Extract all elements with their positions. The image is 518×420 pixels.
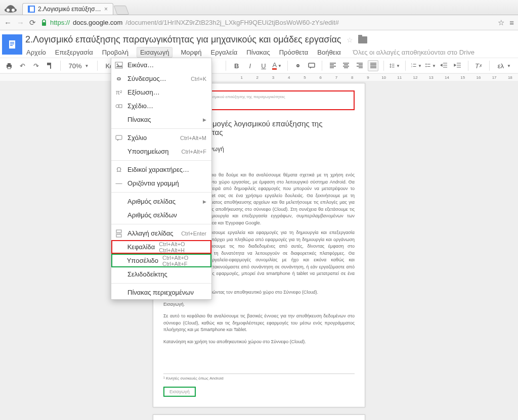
svg-rect-6 [10, 42, 14, 43]
docs-header: 2.Λογισμικό επαύξησης παραγωγικότητας γι… [0, 30, 518, 58]
text-color-button[interactable]: A▼ [272, 60, 282, 71]
save-status: Όλες οι αλλαγές αποθηκεύονται στο Drive [353, 49, 474, 56]
svg-point-2 [12, 9, 15, 12]
increase-indent-button[interactable] [453, 60, 463, 71]
forward-button[interactable]: → [17, 18, 24, 27]
menu-item-label: Εικόνα… [127, 61, 206, 69]
lock-icon [41, 19, 47, 26]
svg-point-0 [5, 8, 17, 13]
line-spacing-button[interactable]: ▼ [389, 60, 400, 71]
bold-button[interactable]: B [231, 60, 242, 71]
menu-insert[interactable]: Εισαγωγή [137, 47, 172, 58]
align-left-button[interactable] [327, 60, 338, 71]
url-field[interactable]: https://docs.google.com/document/d/1HrIN… [41, 19, 493, 26]
menu-addons[interactable]: Πρόσθετα [278, 47, 310, 58]
doc-title[interactable]: 2.Λογισμικό επαύξησης παραγωγικότητας γι… [25, 34, 341, 45]
menu-bar: Αρχείο Επεξεργασία Προβολή Εισαγωγή Μορφ… [25, 47, 518, 58]
menu-help[interactable]: Βοήθεια [316, 47, 342, 58]
browser-tab[interactable]: 2.Λογισμικό επαύξησης π × [22, 3, 113, 15]
insert-menu-dropdown: Εικόνα…Σύνδεσμος…Ctrl+Kπ²Εξίσωση…Σχέδιο…… [111, 58, 212, 74]
svg-rect-14 [309, 63, 315, 67]
reload-button[interactable]: ⟳ [29, 18, 36, 27]
italic-button[interactable]: I [245, 60, 255, 71]
insert-comment-button[interactable] [307, 60, 317, 71]
url-path: /document/d/1HrINXZ9rZtB23h2j_LXkgFH9QEU… [125, 19, 339, 26]
toolbar: ↶ ↷ 70%▼ Κα B I U A▼ ▼ 12▼ ▼ T✗ ελ▼ [0, 58, 518, 74]
menu-item-εικόνα-[interactable]: Εικόνα… [111, 58, 211, 72]
url-scheme: https:// [50, 19, 70, 26]
input-tools-button[interactable]: ελ▼ [495, 62, 514, 70]
browser-menu-icon[interactable]: ≡ [509, 18, 514, 27]
menu-file[interactable]: Αρχείο [25, 47, 47, 58]
decrease-indent-button[interactable] [439, 60, 450, 71]
menu-table[interactable]: Πίνακας [245, 47, 271, 58]
paint-format-button[interactable] [45, 60, 55, 71]
align-center-button[interactable] [341, 60, 352, 71]
browser-tabs: 2.Λογισμικό επαύξησης π × [0, 0, 518, 15]
image-icon [114, 61, 123, 70]
menu-edit[interactable]: Επεξεργασία [54, 47, 94, 58]
svg-rect-11 [8, 67, 11, 69]
docs-app-icon[interactable] [2, 34, 22, 55]
tab-title: 2.Λογισμικό επαύξησης π [38, 6, 101, 13]
underline-button[interactable]: U [258, 60, 269, 71]
browser-address-bar: ← → ⟳ https://docs.google.com/document/d… [0, 15, 518, 30]
align-justify-button[interactable] [368, 60, 378, 71]
bulleted-list-button[interactable]: ▼ [425, 60, 436, 71]
menu-format[interactable]: Μορφή [180, 47, 202, 58]
svg-text:2: 2 [411, 66, 412, 68]
svg-point-18 [425, 66, 426, 67]
folder-icon[interactable] [358, 36, 367, 43]
url-host: docs.google.com [73, 19, 122, 26]
svg-point-20 [117, 63, 118, 65]
incognito-icon [3, 1, 18, 14]
zoom-value: 70% [69, 62, 82, 70]
svg-rect-10 [8, 63, 11, 65]
new-tab-button[interactable] [114, 6, 130, 15]
undo-button[interactable]: ↶ [18, 60, 28, 71]
close-tab-icon[interactable]: × [104, 6, 108, 13]
svg-text:1: 1 [411, 63, 412, 65]
zoom-select[interactable]: 70%▼ [66, 62, 92, 70]
svg-point-1 [7, 9, 10, 12]
svg-rect-3 [42, 22, 46, 26]
menu-view[interactable]: Προβολή [101, 47, 130, 58]
insert-link-button[interactable] [293, 60, 304, 71]
print-button[interactable] [4, 60, 15, 71]
svg-rect-13 [50, 65, 51, 69]
bookmark-star-icon[interactable]: ☆ [498, 18, 504, 27]
menu-item-σύνδεσμος-[interactable]: Σύνδεσμος…Ctrl+K [111, 72, 211, 74]
menu-tools[interactable]: Εργαλεία [210, 47, 239, 58]
numbered-list-button[interactable]: 12▼ [411, 60, 422, 71]
lang-value: ελ [498, 62, 504, 70]
svg-rect-8 [10, 45, 13, 46]
redo-button[interactable]: ↷ [31, 60, 41, 71]
align-right-button[interactable] [355, 60, 365, 71]
svg-rect-7 [10, 43, 14, 44]
svg-rect-5 [9, 40, 15, 49]
star-icon[interactable]: ☆ [347, 36, 353, 44]
back-button[interactable]: ← [4, 18, 12, 27]
svg-point-17 [425, 64, 426, 65]
docs-favicon [28, 6, 35, 13]
svg-rect-12 [47, 63, 51, 65]
clear-formatting-button[interactable]: T✗ [473, 60, 484, 71]
